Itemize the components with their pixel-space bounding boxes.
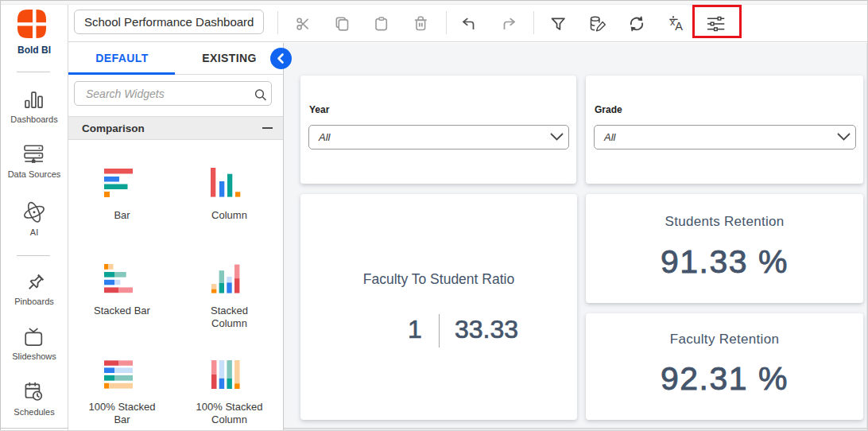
svg-text:A: A bbox=[675, 20, 683, 33]
